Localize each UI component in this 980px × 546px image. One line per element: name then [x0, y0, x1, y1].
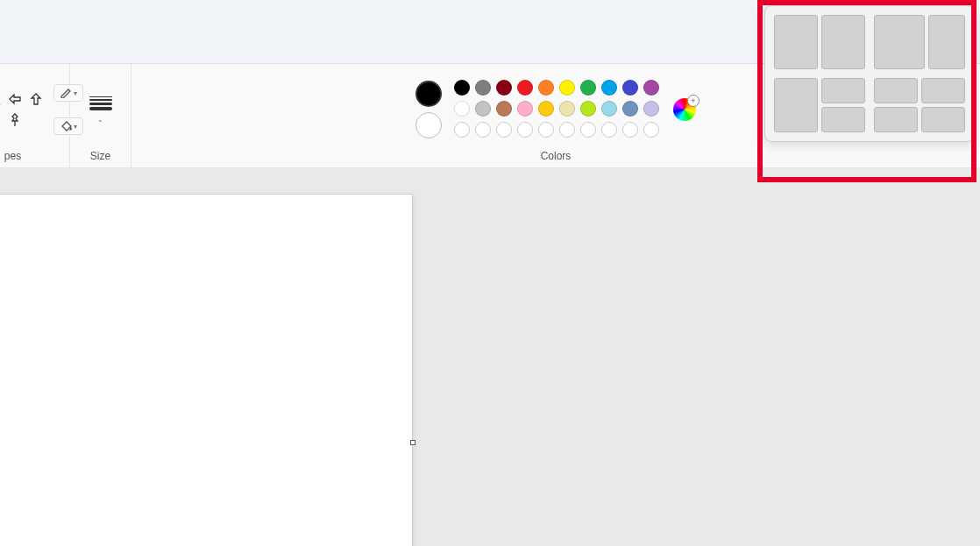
snap-layout-two-left-wide[interactable]	[874, 15, 965, 69]
canvas-resize-handle[interactable]	[410, 440, 415, 445]
workspace	[0, 168, 980, 546]
custom-color-slot[interactable]	[580, 122, 596, 138]
snap-cell[interactable]	[821, 15, 865, 69]
canvas[interactable]	[0, 195, 412, 546]
left-arrow-shape-icon[interactable]	[6, 90, 24, 108]
snap-cell[interactable]	[821, 78, 865, 103]
snap-cell[interactable]	[774, 15, 818, 69]
color-swatch[interactable]	[496, 101, 512, 117]
snap-cell[interactable]	[921, 78, 965, 103]
custom-color-slot[interactable]	[601, 122, 617, 138]
color-swatch[interactable]	[643, 101, 659, 117]
color-palette	[454, 80, 661, 139]
snap-cell[interactable]	[821, 107, 865, 132]
edit-colors-button[interactable]	[673, 98, 696, 121]
primary-color-button[interactable]	[415, 81, 442, 107]
custom-color-slot[interactable]	[454, 122, 470, 138]
custom-color-slot[interactable]	[496, 122, 512, 138]
custom-color-slot[interactable]	[622, 122, 638, 138]
color-swatch[interactable]	[475, 101, 491, 117]
snap-layout-one-plus-two[interactable]	[774, 78, 865, 132]
color-swatch[interactable]	[517, 80, 533, 96]
snap-cell[interactable]	[874, 78, 918, 103]
color-swatch[interactable]	[517, 101, 533, 117]
snap-layout-four-equal[interactable]	[874, 78, 965, 132]
color-swatch[interactable]	[580, 101, 596, 117]
snap-layout-two-equal[interactable]	[774, 15, 865, 69]
color-swatch[interactable]	[580, 80, 596, 96]
size-button[interactable]: ⌄	[89, 96, 112, 124]
shapes-label: pes	[4, 146, 21, 162]
snap-cell[interactable]	[874, 107, 918, 132]
custom-color-slot[interactable]	[559, 122, 575, 138]
snap-cell[interactable]	[774, 78, 818, 132]
snap-cell[interactable]	[921, 107, 965, 132]
heart-shape-icon[interactable]	[0, 111, 3, 129]
up-arrow-shape-icon[interactable]	[27, 90, 45, 108]
custom-color-slot[interactable]	[643, 122, 659, 138]
size-label: Size	[90, 146, 110, 162]
custom-color-slot[interactable]	[517, 122, 533, 138]
snap-cell[interactable]	[874, 15, 925, 69]
color-swatch[interactable]	[559, 80, 575, 96]
color-swatch[interactable]	[601, 80, 617, 96]
shapes-group: ▾ ▾ pes	[0, 64, 70, 167]
custom-color-slot[interactable]	[538, 122, 554, 138]
svg-marker-2	[10, 95, 20, 103]
color-swatch[interactable]	[538, 80, 554, 96]
color-swatch[interactable]	[538, 101, 554, 117]
colors-label: Colors	[541, 146, 572, 162]
color-swatch[interactable]	[601, 101, 617, 117]
svg-marker-3	[32, 94, 40, 104]
shapes-gallery[interactable]	[0, 90, 45, 129]
pin-shape-icon[interactable]	[6, 111, 24, 129]
snap-cell[interactable]	[928, 15, 965, 69]
color-swatch[interactable]	[559, 101, 575, 117]
color-swatch[interactable]	[475, 80, 491, 96]
color-swatch[interactable]	[643, 80, 659, 96]
color-swatch[interactable]	[622, 80, 638, 96]
right-triangle-shape-icon[interactable]	[0, 90, 3, 108]
size-group: ⌄ Size	[70, 64, 131, 167]
color-swatch[interactable]	[496, 80, 512, 96]
snap-layouts-popup	[764, 5, 975, 142]
color-swatch[interactable]	[454, 101, 470, 117]
chevron-down-icon: ⌄	[97, 116, 103, 124]
line-width-icon	[89, 96, 112, 110]
color-swatch[interactable]	[454, 80, 470, 96]
secondary-color-button[interactable]	[415, 112, 442, 138]
color-swatch[interactable]	[622, 101, 638, 117]
custom-color-slot[interactable]	[475, 122, 491, 138]
